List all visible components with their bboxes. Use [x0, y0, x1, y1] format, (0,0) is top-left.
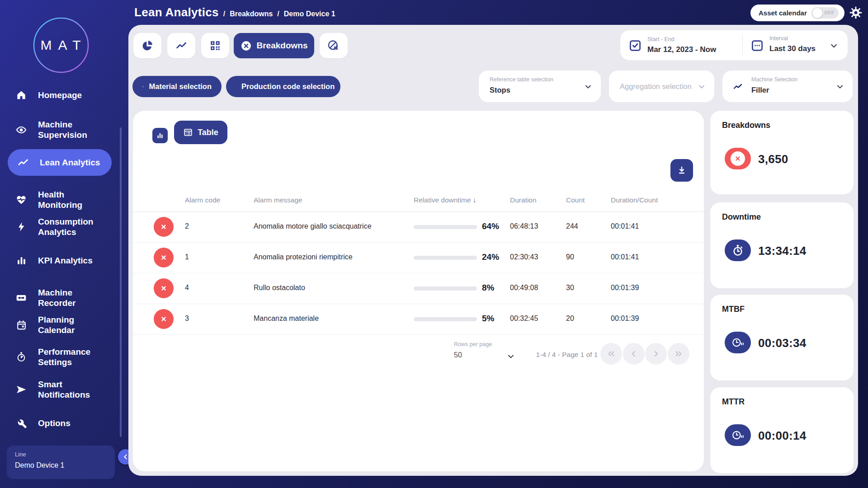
production-code-selection-label: Production code selection — [241, 82, 335, 91]
sidebar-item-label: Machine Recorder — [38, 287, 110, 308]
sidebar-item-machine-supervision[interactable]: Machine Supervision — [0, 119, 119, 140]
table-row[interactable]: 2 Anomalia motore giallo sciacquatrice 6… — [133, 211, 704, 243]
table-row[interactable]: 4 Rullo ostacolato 8% 00:49:08 30 00:01:… — [133, 273, 704, 304]
machine-selection-label: Machine Selection — [751, 76, 797, 83]
line-label: Line — [15, 451, 107, 458]
sidebar-item-kpi-analytics[interactable]: KPI Analytics — [0, 254, 119, 266]
interval-label: Interval — [769, 35, 788, 42]
downtime-bar — [414, 225, 477, 229]
sidebar-item-machine-recorder[interactable]: Machine Recorder — [0, 287, 119, 308]
interval-selector[interactable]: Interval Last 30 days — [742, 30, 848, 60]
tab-oee[interactable] — [320, 33, 348, 58]
table-view-label: Table — [198, 128, 218, 137]
last-page-button[interactable] — [668, 343, 689, 365]
logo-text: MAT — [29, 14, 93, 77]
cell-count: 244 — [566, 222, 578, 230]
cell-count: 20 — [566, 314, 574, 323]
chart-view-button[interactable] — [152, 128, 168, 143]
reference-table-dropdown[interactable]: Reference table selection Stops — [479, 70, 601, 102]
sidebar-item-homepage[interactable]: Homepage — [0, 89, 119, 101]
gear-icon — [849, 6, 863, 19]
table-row[interactable]: 3 Mancanza materiale 5% 00:32:45 20 00:0… — [133, 304, 704, 335]
cell-downtime-pct: 8% — [482, 283, 494, 293]
breadcrumb-separator: / — [223, 10, 225, 18]
sidebar-scrollbar[interactable] — [120, 127, 122, 437]
first-page-button[interactable] — [600, 343, 622, 365]
sort-desc-icon: ↓ — [473, 196, 476, 204]
cell-duration: 06:48:13 — [510, 222, 538, 230]
pagination-range-label: 1-4 / 4 - Page 1 of 1 — [522, 351, 612, 359]
chevron-right-icon — [652, 350, 660, 357]
reference-table-label: Reference table selection — [490, 76, 553, 83]
cell-downtime-pct: 24% — [482, 252, 499, 262]
pie-chart-icon — [141, 39, 154, 52]
chevron-down-icon[interactable] — [507, 353, 514, 360]
cell-alarm-message: Rullo ostacolato — [254, 284, 305, 292]
column-header-alarm-code[interactable]: Alarm code — [185, 196, 220, 204]
error-x-circle-icon — [725, 148, 751, 169]
column-header-relative-downtime[interactable]: Relative downtime ↓ — [414, 196, 476, 204]
sidebar-item-label: Consumption Analytics — [38, 216, 110, 237]
sidebar-item-label: Health Monitoring — [38, 189, 110, 210]
start-end-selector[interactable]: Start - End Mar 12, 2023 - Now — [620, 30, 742, 60]
material-selection-button[interactable]: Material selection — [132, 76, 222, 97]
sidebar-item-label: Lean Analytics — [40, 157, 100, 168]
table-view-button[interactable]: Table — [174, 121, 227, 144]
production-code-selection-button[interactable]: Production code selection — [226, 76, 340, 97]
column-header-duration-count[interactable]: Duration/Count — [611, 196, 658, 204]
sidebar-item-smart-notifications[interactable]: Smart Notifications — [0, 379, 119, 400]
machine-selection-dropdown[interactable]: Machine Selection Filler — [722, 70, 853, 102]
machine-selection-value: Filler — [751, 86, 769, 94]
aggregation-dropdown[interactable]: Aggregation selection — [609, 70, 714, 102]
asset-calendar-switch[interactable]: OFF — [811, 7, 839, 19]
tab-pie-chart[interactable] — [133, 33, 161, 58]
table-row[interactable]: 1 Anomalia protezioni riempitrice 24% 02… — [133, 242, 704, 273]
sidebar-item-label: Planning Calendar — [38, 314, 110, 335]
column-header-count[interactable]: Count — [566, 196, 585, 204]
cassette-icon — [15, 292, 27, 304]
sidebar-item-planning-calendar[interactable]: Planning Calendar — [0, 314, 119, 335]
trend-icon — [17, 157, 29, 169]
cell-duration-per-count: 00:01:41 — [611, 222, 639, 230]
kpi-title: MTTR — [722, 397, 745, 407]
wrench-icon — [15, 417, 27, 429]
tab-breakdowns-active[interactable]: Breakdowns — [234, 33, 314, 58]
rows-per-page-value[interactable]: 50 — [454, 351, 462, 359]
breadcrumb-item[interactable]: Demo Device 1 — [284, 10, 335, 18]
column-header-alarm-message[interactable]: Alarm message — [254, 196, 302, 204]
column-header-duration[interactable]: Duration — [510, 196, 537, 204]
app-logo: MAT — [29, 14, 93, 77]
tab-trend[interactable] — [167, 33, 195, 58]
tab-qr-code[interactable] — [201, 33, 229, 58]
download-button[interactable] — [670, 159, 693, 182]
sidebar-item-performance-settings[interactable]: Performance Settings — [0, 347, 119, 367]
sidebar-item-options[interactable]: Options — [0, 417, 119, 429]
alarm-x-icon — [154, 248, 174, 267]
next-page-button[interactable] — [645, 343, 667, 365]
breadcrumb-separator: / — [277, 10, 279, 18]
qr-code-icon — [209, 40, 221, 52]
downtime-bar — [414, 256, 477, 260]
tab-breakdowns-label: Breakdowns — [257, 41, 308, 51]
asset-calendar-label: Asset calendar — [759, 9, 807, 17]
breadcrumb-item[interactable]: Breakdowns — [230, 10, 273, 18]
settings-gear-button[interactable] — [849, 6, 863, 19]
alarm-x-icon — [154, 278, 174, 298]
cell-alarm-code: 1 — [185, 253, 189, 261]
cell-alarm-message: Mancanza materiale — [254, 314, 319, 323]
sidebar-item-consumption-analytics[interactable]: Consumption Analytics — [0, 216, 119, 237]
asset-calendar-toggle-pill[interactable]: Asset calendar OFF — [750, 5, 844, 21]
machine-trend-icon — [732, 81, 743, 92]
stopwatch-icon — [15, 351, 27, 363]
calendar-check-icon — [628, 38, 642, 52]
chevron-left-icon — [630, 350, 637, 357]
cell-downtime-pct: 5% — [482, 314, 494, 324]
prev-page-button[interactable] — [623, 343, 645, 365]
line-selector-card[interactable]: Line Demo Device 1 — [7, 446, 115, 479]
sidebar-item-lean-analytics[interactable]: Lean Analytics — [8, 149, 112, 176]
sidebar-item-health-monitoring[interactable]: Health Monitoring — [0, 189, 119, 210]
sidebar-item-label: Homepage — [38, 90, 82, 100]
main-content-panel: Breakdowns Start - End Mar 12, 2023 - No… — [128, 25, 858, 476]
alarm-x-icon — [154, 309, 174, 329]
heart-pulse-icon — [15, 194, 27, 206]
